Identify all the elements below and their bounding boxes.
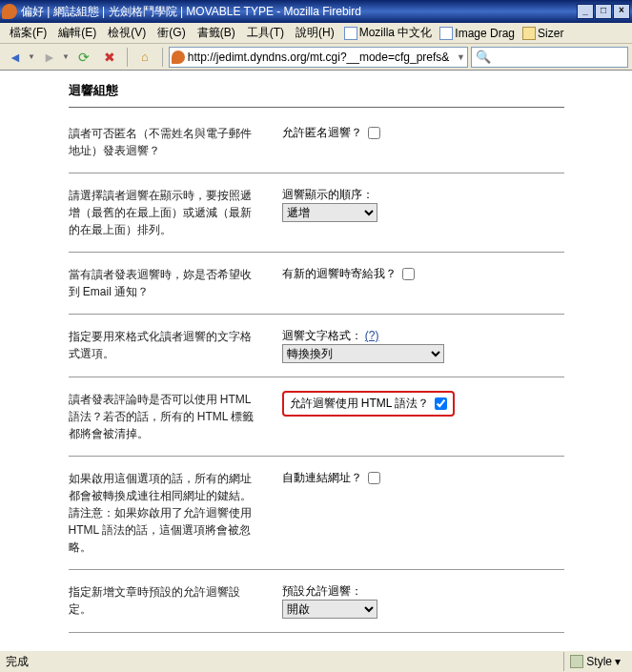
setting-description: 當有讀者發表迴響時，妳是否希望收到 Email 通知？ <box>69 266 259 300</box>
toolbar: ◄ ▼ ► ▼ ⟳ ✖ ⌂ ▼ 🔍 <box>0 44 632 71</box>
reload-icon: ⟳ <box>78 50 90 65</box>
default-select[interactable]: 開啟 <box>282 600 377 619</box>
setting-row-autolink: 如果啟用這個選項的話，所有的網址都會被轉換成連往相同網址的鍵結。請注意：如果妳啟… <box>69 466 564 560</box>
page-icon <box>344 27 357 40</box>
setting-description: 指定要用來格式化讀者迴響的文字格式選項。 <box>69 328 259 363</box>
search-box[interactable]: 🔍 <box>471 47 628 68</box>
home-icon: ⌂ <box>141 50 149 64</box>
setting-row-html: 讀者發表評論時是否可以使用 HTML 語法？若否的話，所有的 HTML 標籤都將… <box>69 387 564 446</box>
minimize-button[interactable]: _ <box>577 4 594 19</box>
back-dropdown[interactable]: ▼ <box>28 52 35 61</box>
menu-edit[interactable]: 編輯(E) <box>52 23 102 43</box>
bookmark-item[interactable]: Image Drag <box>436 27 519 40</box>
folder-icon <box>522 27 536 40</box>
setting-label: 迴響顯示的順序： <box>282 187 557 203</box>
menu-view[interactable]: 檢視(V) <box>102 23 152 43</box>
maximize-button[interactable]: □ <box>595 4 612 19</box>
stop-button[interactable]: ✖ <box>98 47 121 68</box>
back-button[interactable]: ◄ <box>4 47 27 68</box>
setting-description: 請選擇讀者迴響在顯示時，要按照遞增（最舊的在最上面）或遞減（最新的在最上面）排列… <box>69 187 259 238</box>
setting-row-format: 指定要用來格式化讀者迴響的文字格式選項。 迴響文字格式： (?) 轉換換列 <box>69 324 564 367</box>
page-icon <box>439 27 453 40</box>
forward-button: ► <box>38 47 61 68</box>
setting-description: 讀者發表評論時是否可以使用 HTML 語法？若否的話，所有的 HTML 標籤都將… <box>69 391 259 442</box>
title-bar: 偏好 | 網誌組態 | 光劍格鬥學院 | MOVABLE TYPE - Mozi… <box>0 0 632 23</box>
url-input[interactable] <box>188 51 454 64</box>
setting-description: 如果啟用這個選項的話，所有的網址都會被轉換成連往相同網址的鍵結。請注意：如果妳啟… <box>69 470 259 556</box>
home-button[interactable]: ⌂ <box>133 47 156 68</box>
search-icon: 🔍 <box>476 50 491 64</box>
address-bar[interactable]: ▼ <box>169 47 468 68</box>
setting-row-order: 請選擇讀者迴響在顯示時，要按照遞增（最舊的在最上面）或遞減（最新的在最上面）排列… <box>69 183 564 242</box>
menu-bar: 檔案(F) 編輯(E) 檢視(V) 衝(G) 書籤(B) 工具(T) 說明(H)… <box>0 23 632 44</box>
divider <box>69 107 564 108</box>
setting-label: 預設允許迴響： <box>282 583 557 600</box>
menu-bookmarks[interactable]: 書籤(B) <box>192 23 241 43</box>
app-icon <box>2 4 17 19</box>
style-icon <box>570 655 583 668</box>
setting-row-default: 指定新增文章時預設的允許迴響設定。 預設允許迴響： 開啟 <box>69 580 564 622</box>
reload-button[interactable]: ⟳ <box>72 47 95 68</box>
setting-label: 允許迴響使用 HTML 語法？ <box>290 396 430 412</box>
site-icon <box>172 51 185 64</box>
divider <box>69 377 564 377</box>
setting-description: 指定新增文章時預設的允許迴響設定。 <box>69 583 259 619</box>
divider <box>69 173 564 173</box>
separator <box>127 48 128 67</box>
setting-label: 允許匿名迴響？ <box>282 125 380 141</box>
divider <box>69 252 564 253</box>
window-title: 偏好 | 網誌組態 | 光劍格鬥學院 | MOVABLE TYPE - Mozi… <box>21 4 577 20</box>
status-text: 完成 <box>6 654 563 670</box>
menu-go[interactable]: 衝(G) <box>152 23 191 43</box>
email-checkbox[interactable] <box>402 268 415 280</box>
setting-row-anonymous: 讀者可否匿名（不需姓名與電子郵件地址）發表迴響？ 允許匿名迴響？ <box>69 121 564 163</box>
setting-label: 自動連結網址？ <box>282 470 380 486</box>
divider <box>69 456 564 457</box>
menu-help[interactable]: 說明(H) <box>290 23 340 43</box>
divider <box>69 632 564 633</box>
section-title: 迴響組態 <box>69 78 564 103</box>
anonymous-checkbox[interactable] <box>368 127 380 139</box>
setting-description: 讀者可否匿名（不需姓名與電子郵件地址）發表迴響？ <box>69 125 259 159</box>
format-select[interactable]: 轉換換列 <box>282 344 444 363</box>
order-select[interactable]: 遞增 <box>282 203 377 222</box>
setting-label: 有新的迴響時寄給我？ <box>282 266 415 282</box>
bookmark-item[interactable]: Mozilla 中文化 <box>340 25 437 41</box>
page-content: 迴響組態 讀者可否匿名（不需姓名與電子郵件地址）發表迴響？ 允許匿名迴響？ 請選… <box>0 71 632 650</box>
forward-icon: ► <box>43 50 56 65</box>
autolink-checkbox[interactable] <box>368 472 380 484</box>
url-dropdown-icon[interactable]: ▼ <box>457 52 465 62</box>
status-bar: 完成 Style ▾ <box>0 650 632 672</box>
setting-row-email: 當有讀者發表迴響時，妳是否希望收到 Email 通知？ 有新的迴響時寄給我？ <box>69 262 564 304</box>
back-icon: ◄ <box>9 50 22 65</box>
divider <box>69 314 564 315</box>
bookmark-item[interactable]: Sizer <box>519 27 567 40</box>
stop-icon: ✖ <box>104 50 115 65</box>
style-switcher[interactable]: Style ▾ <box>563 652 626 671</box>
menu-file[interactable]: 檔案(F) <box>4 23 52 43</box>
allow-html-checkbox[interactable] <box>435 397 447 410</box>
highlighted-setting: 允許迴響使用 HTML 語法？ <box>282 391 456 417</box>
menu-tools[interactable]: 工具(T) <box>241 23 290 43</box>
help-link[interactable]: (?) <box>365 329 379 342</box>
close-button[interactable]: × <box>613 4 630 19</box>
divider <box>69 569 564 570</box>
forward-dropdown[interactable]: ▼ <box>62 52 70 61</box>
chevron-down-icon: ▾ <box>615 655 621 668</box>
setting-label: 迴響文字格式： <box>282 329 362 342</box>
separator <box>162 48 163 67</box>
